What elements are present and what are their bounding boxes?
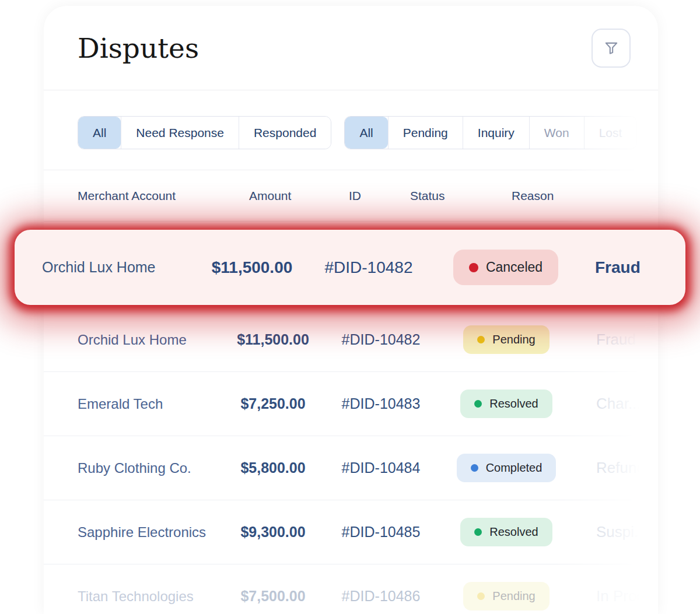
status-dot-icon [474,528,482,536]
status-badge-label: Canceled [486,259,542,275]
status-cell: Canceled [453,250,558,285]
reason-cell: In Prog... [573,587,658,605]
status-badge: Pending [463,582,549,611]
merchant-cell: Orchid Lux Home [78,332,223,348]
status-badge: Canceled [453,250,558,285]
status-filter-inquiry[interactable]: Inquiry [463,117,529,149]
id-cell: #DID-10483 [342,395,421,412]
merchant-cell: Titan Technologies [78,588,223,605]
filter-button[interactable] [592,29,631,68]
id-cell: #DID-10486 [342,588,421,605]
reason-cell: Char... [573,395,658,413]
id-cell: #DID-10482 [325,258,413,277]
id-cell: #DID-10482 [342,331,421,348]
status-dot-icon [477,592,485,600]
merchant-cell: Ruby Clothing Co. [78,460,223,476]
amount-cell: $5,800.00 [240,459,305,476]
merchant-cell: Emerald Tech [78,396,223,412]
table-row[interactable]: Titan Technologies $7,500.00 #DID-10486 … [44,564,658,614]
response-filter-need-response[interactable]: Need Response [121,117,239,149]
merchant-cell: Orchid Lux Home [42,259,200,276]
merchant-cell: Sapphire Electronics [78,524,223,541]
filters-row: All Need Response Responded All Pending … [44,90,658,170]
status-cell: Resolved [460,518,552,546]
column-header-status: Status [410,189,445,203]
reason-cell: Fraud [573,331,658,349]
amount-cell: $9,300.00 [240,524,305,541]
status-filter-group: All Pending Inquiry Won Lost [344,116,637,149]
column-header-reason: Reason [512,189,554,203]
status-cell: Pending [463,582,549,611]
response-filter-group: All Need Response Responded [78,116,331,149]
id-cell: #DID-10484 [342,459,421,476]
table-row[interactable]: Ruby Clothing Co. $5,800.00 #DID-10484 C… [44,436,658,500]
amount-cell: $11,500.00 [212,258,293,277]
status-dot-icon [471,464,478,472]
status-badge-label: Resolved [489,525,538,539]
status-badge-label: Resolved [489,397,538,410]
column-header-amount: Amount [249,189,291,203]
status-filter-won[interactable]: Won [529,117,584,149]
status-dot-icon [474,400,482,408]
status-filter-pending[interactable]: Pending [388,117,463,149]
reason-cell: Suspi... [573,523,658,541]
status-dot-icon [469,263,478,272]
amount-cell: $7,500.00 [240,588,305,605]
status-badge: Pending [463,325,549,354]
status-badge-label: Completed [486,461,542,475]
status-badge: Resolved [460,390,552,418]
page-title: Disputes [78,32,199,64]
response-filter-all[interactable]: All [78,117,121,149]
funnel-icon [604,40,619,55]
status-cell: Pending [463,325,549,354]
column-header-id: ID [349,189,361,203]
amount-cell: $11,500.00 [237,331,309,348]
table-row[interactable]: Orchid Lux Home $11,500.00 #DID-10482 Pe… [44,308,658,372]
status-badge-label: Pending [492,333,535,346]
status-badge: Completed [457,454,556,482]
status-cell: Completed [457,454,556,482]
panel-header: Disputes [44,6,658,90]
dragged-row-card[interactable]: Orchid Lux Home $11,500.00 #DID-10482 Ca… [15,230,685,305]
disputes-panel: Disputes All Need Response Responded All… [44,6,658,614]
status-filter-all[interactable]: All [345,117,387,149]
table-row[interactable]: Emerald Tech $7,250.00 #DID-10483 Resolv… [44,372,658,436]
status-dot-icon [477,336,485,343]
status-cell: Resolved [460,390,552,418]
status-badge: Resolved [460,518,552,546]
table-row[interactable]: Sapphire Electronics $9,300.00 #DID-1048… [44,500,658,564]
reason-cell: Fraud [579,258,685,277]
id-cell: #DID-10485 [342,524,421,541]
table-header-row: Merchant Account Amount ID Status Reason [44,170,658,222]
reason-cell: Refund [573,459,658,477]
column-header-merchant-account: Merchant Account [78,189,176,203]
amount-cell: $7,250.00 [240,395,305,412]
status-filter-lost[interactable]: Lost [584,117,637,149]
status-badge-label: Pending [492,590,535,603]
response-filter-responded[interactable]: Responded [239,117,331,149]
